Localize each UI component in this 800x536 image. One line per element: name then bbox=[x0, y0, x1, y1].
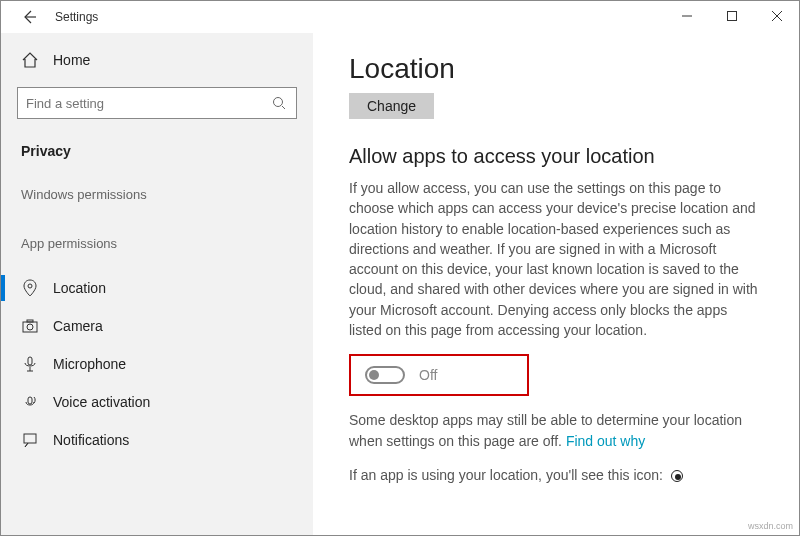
notifications-icon bbox=[21, 431, 39, 449]
icon-note: If an app is using your location, you'll… bbox=[349, 465, 763, 485]
desktop-apps-note: Some desktop apps may still be able to d… bbox=[349, 410, 763, 451]
close-button[interactable] bbox=[754, 1, 799, 31]
window-title: Settings bbox=[55, 10, 98, 24]
sidebar-item-notifications[interactable]: Notifications bbox=[1, 421, 313, 459]
sidebar-item-voice-activation[interactable]: Voice activation bbox=[1, 383, 313, 421]
location-icon bbox=[21, 279, 39, 297]
search-box[interactable] bbox=[17, 87, 297, 119]
search-input[interactable] bbox=[26, 96, 270, 111]
sidebar-item-location[interactable]: Location bbox=[1, 269, 313, 307]
maximize-button[interactable] bbox=[709, 1, 754, 31]
svg-rect-7 bbox=[28, 397, 32, 404]
main-panel: Location Change Allow apps to access you… bbox=[313, 33, 799, 535]
sidebar-item-label: Voice activation bbox=[53, 394, 150, 410]
note-text: Some desktop apps may still be able to d… bbox=[349, 412, 742, 448]
sidebar-item-camera[interactable]: Camera bbox=[1, 307, 313, 345]
watermark: wsxdn.com bbox=[748, 521, 793, 531]
icon-note-text: If an app is using your location, you'll… bbox=[349, 467, 663, 483]
page-title: Location bbox=[349, 53, 763, 85]
voice-icon bbox=[21, 393, 39, 411]
search-icon bbox=[270, 94, 288, 112]
home-nav[interactable]: Home bbox=[1, 43, 313, 77]
svg-rect-8 bbox=[24, 434, 36, 443]
section-heading: Allow apps to access your location bbox=[349, 145, 763, 168]
section-description: If you allow access, you can use the set… bbox=[349, 178, 763, 340]
svg-rect-6 bbox=[28, 357, 32, 365]
group-windows-permissions[interactable]: Windows permissions bbox=[1, 177, 313, 226]
back-button[interactable] bbox=[13, 1, 45, 33]
svg-point-2 bbox=[28, 284, 32, 288]
location-access-toggle[interactable] bbox=[365, 366, 405, 384]
svg-point-1 bbox=[274, 98, 283, 107]
sidebar: Home Privacy Windows permissions App per… bbox=[1, 33, 313, 535]
sidebar-item-label: Camera bbox=[53, 318, 103, 334]
home-icon bbox=[21, 51, 39, 69]
sidebar-item-label: Location bbox=[53, 280, 106, 296]
location-in-use-icon bbox=[671, 470, 683, 482]
home-label: Home bbox=[53, 52, 90, 68]
microphone-icon bbox=[21, 355, 39, 373]
minimize-button[interactable] bbox=[664, 1, 709, 31]
camera-icon bbox=[21, 317, 39, 335]
find-out-why-link[interactable]: Find out why bbox=[566, 433, 645, 449]
svg-rect-5 bbox=[27, 320, 33, 322]
change-button[interactable]: Change bbox=[349, 93, 434, 119]
toggle-state-label: Off bbox=[419, 367, 437, 383]
sidebar-item-label: Notifications bbox=[53, 432, 129, 448]
svg-point-4 bbox=[27, 324, 33, 330]
category-header: Privacy bbox=[1, 137, 313, 177]
group-app-permissions: App permissions bbox=[1, 226, 313, 269]
svg-rect-0 bbox=[727, 12, 736, 21]
toggle-highlight: Off bbox=[349, 354, 529, 396]
sidebar-item-microphone[interactable]: Microphone bbox=[1, 345, 313, 383]
sidebar-item-label: Microphone bbox=[53, 356, 126, 372]
